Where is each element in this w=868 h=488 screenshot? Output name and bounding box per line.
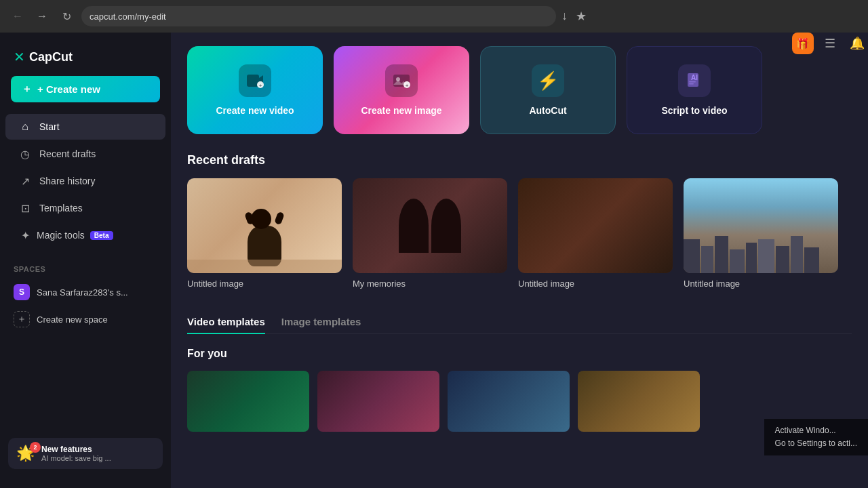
draft-card-2[interactable]: My memories bbox=[353, 178, 507, 289]
new-features-text: New features AI model: save big ... bbox=[41, 445, 155, 462]
user-space-avatar: S bbox=[14, 284, 30, 300]
new-features-subtitle: AI model: save big ... bbox=[41, 454, 136, 462]
svg-rect-10 bbox=[689, 83, 694, 85]
nav-label-templates: Templates bbox=[39, 203, 83, 214]
templates-grid bbox=[187, 371, 852, 432]
draft-label-2: My memories bbox=[353, 279, 507, 289]
space-item-user[interactable]: S Sana Sarfaraz283's s... bbox=[14, 279, 157, 306]
create-new-video-card[interactable]: + Create new video bbox=[187, 46, 323, 134]
beta-badge: Beta bbox=[90, 231, 113, 240]
clock-icon: ◷ bbox=[19, 148, 31, 160]
browser-back-button[interactable]: ← bbox=[8, 7, 27, 26]
quick-actions: + Create new video + Create new image bbox=[187, 46, 852, 134]
create-space-icon: ＋ bbox=[14, 311, 30, 327]
svg-text:+: + bbox=[406, 83, 409, 89]
drafts-grid: Untitled image My memories bbox=[187, 178, 852, 289]
template-tabs: Video templates Image templates bbox=[187, 310, 852, 334]
browser-actions: ↓ ★ bbox=[561, 9, 587, 24]
script-to-video-label: Script to video bbox=[661, 105, 727, 116]
template-card-4[interactable] bbox=[578, 371, 700, 432]
svg-rect-9 bbox=[689, 81, 696, 83]
draft-thumb-3 bbox=[518, 178, 673, 273]
browser-chrome: ← → ↻ capcut.com/my-edit ↓ ★ bbox=[0, 0, 868, 33]
watermark-line2: Go to Settings to acti... bbox=[775, 437, 857, 450]
app-logo: ✕ CapCut bbox=[0, 43, 171, 76]
sidebar-item-templates[interactable]: ⊡ Templates bbox=[5, 195, 165, 221]
draft-thumb-2 bbox=[353, 178, 507, 273]
app-container: ✕ CapCut ＋ + Create new ⌂ Start ◷ Recent… bbox=[0, 33, 868, 488]
templates-icon: ⊡ bbox=[19, 202, 31, 214]
user-space-name: Sana Sarfaraz283's s... bbox=[37, 287, 128, 298]
new-features-card[interactable]: 🌟 New features AI model: save big ... 2 bbox=[8, 438, 163, 469]
sidebar-item-recent-drafts[interactable]: ◷ Recent drafts bbox=[5, 141, 165, 167]
draft-card-3[interactable]: Untitled image bbox=[518, 178, 673, 289]
main-content: 🎁 ☰ 🔔 + Create new video bbox=[171, 33, 868, 488]
spaces-section: Spaces S Sana Sarfaraz283's s... ＋ Creat… bbox=[0, 265, 171, 333]
create-new-video-label: Create new video bbox=[216, 105, 294, 116]
notification-badge: 2 bbox=[30, 442, 41, 453]
draft-thumb-4 bbox=[684, 178, 838, 273]
svg-text:AI: AI bbox=[691, 74, 698, 81]
download-icon[interactable]: ↓ bbox=[561, 9, 568, 24]
tab-image-templates[interactable]: Image templates bbox=[281, 310, 361, 334]
svg-text:+: + bbox=[259, 83, 262, 89]
template-card-1[interactable] bbox=[187, 371, 309, 432]
nav-label-start: Start bbox=[39, 121, 60, 132]
autocut-label: AutoCut bbox=[529, 105, 566, 116]
browser-refresh-button[interactable]: ↻ bbox=[57, 7, 76, 26]
nav-label-recent-drafts: Recent drafts bbox=[39, 148, 96, 159]
create-new-plus-icon: ＋ bbox=[22, 83, 32, 96]
menu-icon[interactable]: ☰ bbox=[819, 33, 841, 54]
create-new-label: + Create new bbox=[37, 83, 100, 95]
image-card-icon: + bbox=[385, 64, 418, 97]
draft-card-4[interactable]: Untitled image bbox=[684, 178, 838, 289]
create-new-image-card[interactable]: + Create new image bbox=[334, 46, 469, 134]
spaces-label: Spaces bbox=[14, 265, 157, 273]
tab-video-templates[interactable]: Video templates bbox=[187, 310, 265, 334]
share-icon: ↗ bbox=[19, 175, 31, 187]
main-header-icons: 🎁 ☰ 🔔 bbox=[792, 33, 868, 54]
create-space-label: Create new space bbox=[37, 314, 108, 325]
magic-tools-icon: ✦ bbox=[19, 229, 31, 241]
for-you-title: For you bbox=[187, 348, 852, 360]
sidebar-item-share-history[interactable]: ↗ Share history bbox=[5, 168, 165, 194]
gift-button[interactable]: 🎁 bbox=[792, 33, 814, 54]
script-to-video-card[interactable]: AI Script to video bbox=[627, 46, 762, 134]
template-card-2[interactable] bbox=[317, 371, 439, 432]
draft-label-1: Untitled image bbox=[187, 279, 342, 289]
video-card-icon: + bbox=[239, 64, 271, 97]
address-bar[interactable]: capcut.com/my-edit bbox=[81, 6, 556, 26]
create-new-image-label: Create new image bbox=[361, 105, 441, 116]
bell-icon[interactable]: 🔔 bbox=[846, 33, 868, 54]
draft-card-1[interactable]: Untitled image bbox=[187, 178, 342, 289]
bookmark-star-icon[interactable]: ★ bbox=[576, 9, 587, 24]
home-icon: ⌂ bbox=[19, 121, 31, 133]
autocut-icon: ⚡ bbox=[532, 64, 564, 97]
draft-label-3: Untitled image bbox=[518, 279, 673, 289]
nav-label-magic-tools: Magic tools bbox=[37, 230, 85, 241]
nav-label-share-history: Share history bbox=[39, 176, 95, 186]
script-icon: AI bbox=[678, 64, 711, 97]
logo-icon: ✕ bbox=[14, 49, 25, 65]
recent-drafts-title: Recent drafts bbox=[187, 153, 852, 167]
app-name: CapCut bbox=[29, 50, 73, 64]
browser-forward-button[interactable]: → bbox=[33, 7, 52, 26]
autocut-card[interactable]: ⚡ AutoCut bbox=[480, 46, 616, 134]
sidebar: ✕ CapCut ＋ + Create new ⌂ Start ◷ Recent… bbox=[0, 33, 171, 488]
new-features-title: New features bbox=[41, 445, 155, 454]
sidebar-item-magic-tools[interactable]: ✦ Magic tools Beta bbox=[5, 222, 165, 248]
url-text: capcut.com/my-edit bbox=[90, 12, 166, 22]
draft-thumb-1 bbox=[187, 178, 342, 273]
template-card-3[interactable] bbox=[448, 371, 570, 432]
create-new-button[interactable]: ＋ + Create new bbox=[11, 76, 160, 102]
create-new-space-item[interactable]: ＋ Create new space bbox=[14, 306, 157, 333]
draft-label-4: Untitled image bbox=[684, 279, 838, 289]
sidebar-item-start[interactable]: ⌂ Start bbox=[5, 114, 165, 140]
